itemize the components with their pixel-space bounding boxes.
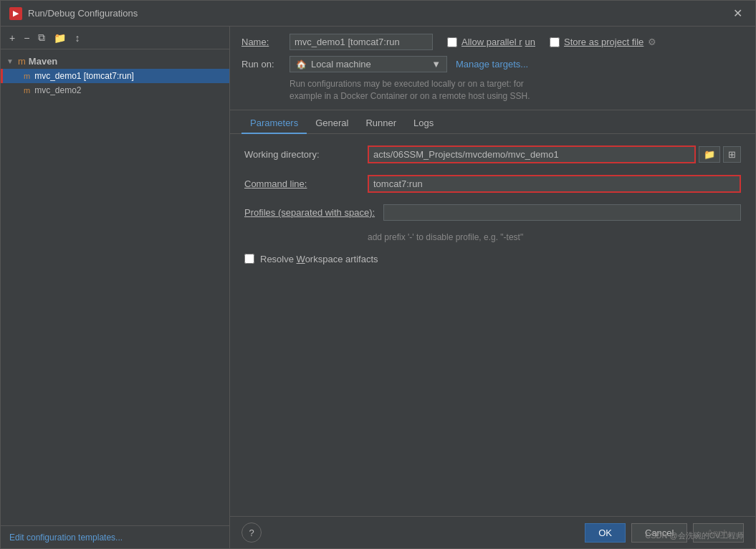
dialog-icon: ▶	[9, 7, 22, 20]
command-line-row: Command line:	[244, 175, 741, 193]
allow-parallel-checkbox[interactable]	[447, 37, 457, 47]
tab-general[interactable]: General	[307, 113, 357, 134]
maven-icon: m	[18, 56, 26, 67]
resolve-workspace-checkbox[interactable]	[244, 254, 254, 264]
dialog-content: + − ⧉ 📁 ↕ ▼ m Maven m mvc_demo1 [tomca	[1, 27, 755, 548]
working-dir-label: Working directory:	[244, 149, 359, 160]
manage-targets-link[interactable]: Manage targets...	[456, 59, 528, 70]
run-on-select[interactable]: 🏠 Local machine ▼	[290, 56, 447, 72]
dropdown-arrow-icon: ▼	[431, 59, 441, 70]
name-row: Name: Allow parallel run Store as projec…	[241, 34, 744, 50]
title-bar: ▶ Run/Debug Configurations ✕	[1, 1, 755, 27]
run-debug-dialog: ▶ Run/Debug Configurations ✕ + − ⧉ 📁 ↕ ▼…	[0, 0, 756, 549]
parallel-run-group: Allow parallel run	[447, 37, 535, 47]
profiles-hint: add prefix '-' to disable profile, e.g. …	[244, 232, 741, 242]
selected-marker	[1, 69, 3, 83]
sort-config-button[interactable]: ↕	[72, 31, 82, 45]
store-project-group: Store as project file ⚙	[550, 37, 656, 47]
run-on-label: Run on:	[241, 59, 281, 70]
allow-parallel-label: Allow parallel run	[461, 37, 535, 47]
maven-item-icon: m	[24, 86, 30, 95]
dialog-title: Run/Debug Configurations	[28, 8, 138, 19]
folder-config-button[interactable]: 📁	[51, 31, 69, 45]
tab-runner[interactable]: Runner	[357, 113, 405, 134]
resolve-workspace-row: Resolve Workspace artifacts	[244, 254, 741, 264]
close-button[interactable]: ✕	[729, 5, 747, 22]
form-area: Working directory: 📁 ⊞ Command line:	[230, 134, 755, 276]
watermark: CSDN @会洗碗的CV工程师	[645, 530, 744, 541]
remove-config-button[interactable]: −	[21, 31, 32, 45]
left-toolbar: + − ⧉ 📁 ↕	[1, 27, 229, 49]
working-dir-browse-button[interactable]: 📁	[699, 146, 720, 163]
run-on-select-inner: 🏠 Local machine	[296, 59, 371, 70]
maven-group-header[interactable]: ▼ m Maven	[1, 54, 229, 69]
help-button[interactable]: ?	[241, 522, 262, 543]
ok-button[interactable]: OK	[585, 523, 626, 543]
right-header: Name: Allow parallel run Store as projec…	[230, 27, 755, 110]
maven-label: Maven	[29, 56, 57, 67]
working-dir-macro-button[interactable]: ⊞	[723, 146, 741, 163]
profiles-row: Profiles (separated with space):	[244, 204, 741, 221]
working-dir-row: Working directory: 📁 ⊞	[244, 145, 741, 163]
house-icon: 🏠	[296, 59, 307, 70]
store-gear-icon[interactable]: ⚙	[648, 37, 656, 47]
maven-item-icon: m	[24, 72, 30, 80]
run-on-value: Local machine	[311, 59, 371, 70]
name-input[interactable]	[290, 34, 433, 50]
edit-templates-link[interactable]: Edit configuration templates...	[9, 533, 123, 543]
name-label: Name:	[241, 37, 281, 47]
copy-config-button[interactable]: ⧉	[35, 30, 48, 45]
config-tree: ▼ m Maven m mvc_demo1 [tomcat7:run] m mv…	[1, 49, 229, 525]
add-config-button[interactable]: +	[6, 31, 18, 45]
tree-item[interactable]: m mvc_demo1 [tomcat7:run]	[1, 69, 229, 83]
title-bar-left: ▶ Run/Debug Configurations	[9, 7, 138, 20]
left-panel: + − ⧉ 📁 ↕ ▼ m Maven m mvc_demo1 [tomca	[1, 27, 230, 548]
tree-item[interactable]: m mvc_demo2	[1, 83, 229, 97]
profiles-label: Profiles (separated with space):	[244, 207, 375, 218]
working-dir-input[interactable]	[368, 145, 696, 163]
run-on-row: Run on: 🏠 Local machine ▼ Manage targets…	[241, 56, 744, 72]
run-description: Run configurations may be executed local…	[241, 78, 744, 102]
right-panel: Name: Allow parallel run Store as projec…	[230, 27, 755, 548]
maven-arrow: ▼	[6, 57, 15, 65]
resolve-workspace-label: Resolve Workspace artifacts	[260, 254, 378, 264]
tabs-bar: Parameters General Runner Logs	[230, 113, 755, 134]
store-project-checkbox[interactable]	[550, 37, 560, 47]
left-panel-footer: Edit configuration templates...	[1, 525, 229, 548]
tree-item-label: mvc_demo2	[34, 85, 81, 95]
profiles-input[interactable]	[383, 204, 741, 221]
command-line-label: Command line:	[244, 178, 359, 189]
tab-parameters[interactable]: Parameters	[241, 113, 307, 134]
command-line-input[interactable]	[368, 175, 741, 193]
working-dir-group: 📁 ⊞	[368, 145, 741, 163]
tree-item-label: mvc_demo1 [tomcat7:run]	[34, 71, 134, 81]
maven-group: ▼ m Maven m mvc_demo1 [tomcat7:run] m mv…	[1, 52, 229, 99]
tab-logs[interactable]: Logs	[405, 113, 442, 134]
store-project-label: Store as project file	[564, 37, 643, 47]
